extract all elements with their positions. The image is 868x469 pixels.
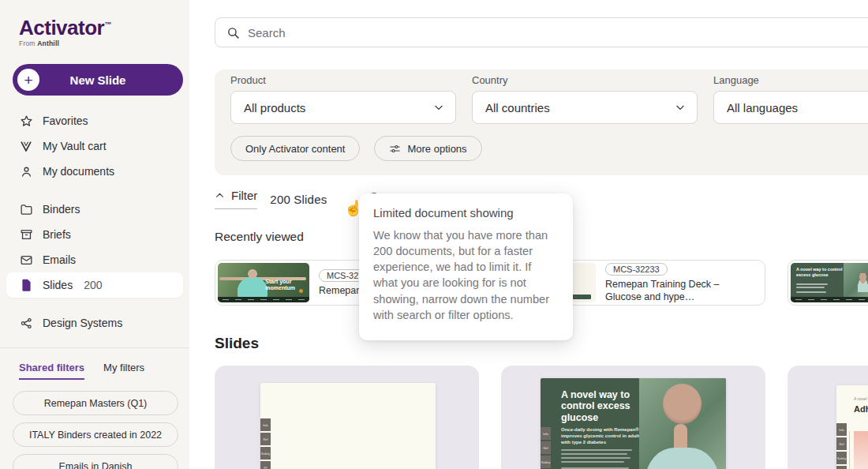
slide-sheet-glucose: A novel way to control excess glucose On… — [541, 378, 726, 469]
tooltip-title: Limited document showing — [373, 206, 559, 219]
product-select-value: All products — [244, 101, 305, 114]
search-input[interactable] — [248, 26, 868, 39]
tab-ref: Ref — [260, 433, 271, 445]
sidebar-item-briefs[interactable]: Briefs — [6, 222, 183, 247]
more-options-label: More options — [407, 143, 466, 155]
results-count: 200 Slides — [270, 193, 327, 206]
tab-info: Info — [260, 418, 271, 431]
sidebar-item-emails[interactable]: Emails — [6, 247, 183, 272]
limited-documents-tooltip: Limited document showing We know that yo… — [359, 193, 573, 340]
sidebar-item-my-documents[interactable]: My documents — [6, 159, 183, 184]
shared-filter-pill[interactable]: Emails in Danish — [13, 454, 178, 469]
new-slide-label: New Slide — [39, 73, 156, 87]
slides-document-icon — [19, 278, 33, 292]
slide-side-tabs: Info Ref Safety PI — [260, 418, 271, 469]
sidebar-item-favorites[interactable]: Favorites — [6, 108, 183, 133]
slide-thumbnail-momentum: Start your momentum — [218, 263, 309, 302]
pink-area-chart — [854, 431, 868, 469]
language-select[interactable]: All languages — [713, 91, 868, 124]
slide-subtitle: Once-daily dosing with Remepan® improves… — [561, 427, 642, 445]
thumbnail-title: A novel way to control excess glucose — [796, 267, 844, 277]
slide-side-tabs: Info Ref Safety PI — [836, 423, 847, 469]
star-icon — [19, 114, 33, 128]
plus-icon: + — [17, 69, 39, 91]
sidebar-item-label: My Vault cart — [43, 140, 107, 152]
slide-side-tabs: Info Ref Safety PI — [541, 427, 551, 469]
product-label: Product — [230, 74, 456, 86]
sliders-icon — [389, 143, 401, 155]
slides-section-heading: Slides — [215, 335, 259, 352]
app-logo: Activator™ From Anthill — [19, 17, 111, 47]
tab-pi: PI — [260, 461, 271, 469]
tooltip-body: We know that you have more than 200 docu… — [373, 227, 559, 323]
tab-info: Info — [541, 427, 551, 440]
archive-box-icon — [19, 227, 33, 242]
only-activator-label: Only Activator content — [245, 143, 345, 155]
sidebar-item-label: Favorites — [43, 114, 88, 127]
orange-dot — [299, 289, 303, 293]
sidebar-item-design-systems[interactable]: Design Systems — [6, 310, 183, 336]
slide-card[interactable]: A novel way to control excess glucose On… — [501, 366, 765, 469]
tab-my-filters[interactable]: My filters — [103, 362, 144, 380]
slide-sheet-cream: Info Ref Safety PI — [260, 383, 436, 469]
only-activator-content-button[interactable]: Only Activator content — [230, 136, 360, 161]
tab-safety: Safety — [836, 452, 847, 464]
language-field: Language All languages — [713, 74, 868, 124]
sidebar-divider — [0, 347, 189, 348]
tab-pi: PI — [836, 466, 847, 469]
sidebar-item-label: Design Systems — [43, 317, 122, 329]
more-options-button[interactable]: More options — [374, 136, 481, 161]
chevron-down-icon — [433, 102, 444, 113]
tab-ref: Ref — [836, 437, 847, 450]
app-window: Activator™ From Anthill + New Slide Favo… — [0, 0, 868, 469]
shared-filter-pill[interactable]: ITALY Binders created in 2022 — [13, 422, 178, 447]
thumbnail-photo — [844, 263, 868, 297]
recent-card-glucose[interactable]: A novel way to control excess glucose — [788, 260, 868, 306]
recent-card-title: Remepan Training Deck – Glucose and hype… — [605, 279, 758, 303]
filters-panel: Product All products Country All countri… — [215, 69, 868, 175]
envelope-icon — [19, 253, 33, 267]
sidebar-item-label: Briefs — [43, 228, 71, 241]
tab-shared-filters[interactable]: Shared filters — [19, 362, 84, 380]
slide-card[interactable]: Info Ref Safety PI — [215, 366, 479, 469]
sidebar-item-label: My documents — [43, 165, 114, 178]
new-slide-button[interactable]: + New Slide — [13, 64, 183, 96]
country-select-value: All countries — [485, 101, 550, 114]
document-code-badge: MCS-32233 — [605, 263, 668, 276]
sidebar-item-label: Slides — [43, 279, 73, 291]
filter-collapse-toggle[interactable]: Filter — [215, 189, 257, 209]
chart-axis — [849, 431, 851, 469]
shared-filter-pill[interactable]: Remepan Masters (Q1) — [13, 391, 178, 415]
sidebar-item-label: Binders — [43, 203, 80, 216]
country-field: Country All countries — [472, 74, 698, 124]
filter-toggle-label: Filter — [231, 189, 257, 202]
thumbnail-green-button — [571, 295, 591, 299]
sidebar-item-vault-cart[interactable]: My Vault cart — [6, 133, 183, 159]
mouse-cursor-pointer: ☝ — [344, 199, 363, 217]
tab-ref: Ref — [541, 441, 551, 454]
sidebar-item-binders[interactable]: Binders — [6, 197, 183, 222]
sidebar-item-slides[interactable]: Slides 200 — [6, 272, 183, 298]
slide-title: A novel way to control excess glucose — [561, 389, 646, 423]
search-bar — [215, 17, 868, 47]
logo-trademark: ™ — [104, 21, 111, 28]
slide-title: Adher — [854, 404, 868, 414]
country-select[interactable]: All countries — [472, 91, 698, 124]
search-icon — [226, 26, 240, 39]
logo-wordmark: Activator — [19, 16, 104, 39]
country-label: Country — [472, 74, 698, 86]
tab-info: Info — [836, 423, 847, 436]
slide-card[interactable]: A novel way Adher Info Ref Safety PI — [788, 366, 868, 469]
filter-tabs: Shared filters My filters — [19, 362, 144, 380]
vault-icon — [19, 139, 33, 153]
share-nodes-icon — [19, 316, 33, 330]
sidebar: Activator™ From Anthill + New Slide Favo… — [0, 0, 189, 469]
recent-card-text: MCS-32233 Remepan Training Deck – Glucos… — [605, 261, 762, 303]
chevron-up-icon — [215, 190, 225, 201]
product-select[interactable]: All products — [230, 91, 456, 124]
slide-photo-praying-hands — [639, 378, 726, 469]
tab-safety: Safety — [541, 456, 551, 468]
recently-viewed-heading: Recently viewed — [215, 230, 304, 244]
tab-safety: Safety — [260, 447, 271, 460]
slide-sheet-adherence: A novel way Adher Info Ref Safety PI — [836, 385, 868, 469]
